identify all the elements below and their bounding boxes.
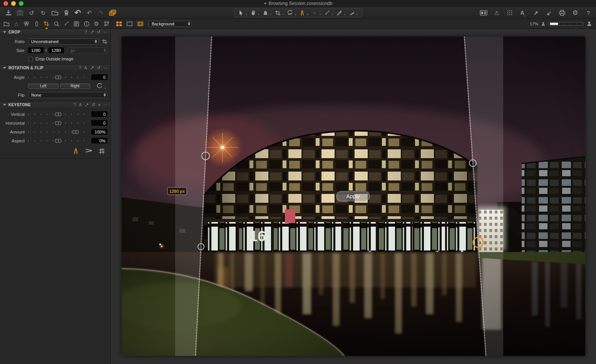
- local-menu-icon[interactable]: ≡: [98, 103, 100, 107]
- auto-adjust-icon[interactable]: A: [79, 103, 82, 107]
- grid-button[interactable]: [506, 8, 514, 17]
- minimize-window-button[interactable]: [11, 1, 16, 6]
- keystone-handle-bottom-left[interactable]: [198, 244, 204, 250]
- gradient-mask-tool[interactable]: [348, 8, 355, 17]
- rotate-left-button[interactable]: Left: [28, 83, 59, 89]
- viewer-layout-button[interactable]: [480, 8, 487, 17]
- panel-menu-icon[interactable]: ⋯: [104, 103, 107, 107]
- import-button[interactable]: [5, 8, 12, 17]
- flip-dropdown[interactable]: None: [28, 92, 107, 98]
- keystone-handle-top-right[interactable]: [469, 160, 476, 167]
- tab-composition[interactable]: [42, 19, 50, 28]
- import-arrow-button[interactable]: ↙: [545, 8, 553, 17]
- exposure-warning-button[interactable]: ⚠: [493, 8, 501, 17]
- vertical-value[interactable]: 0: [91, 111, 107, 117]
- tab-batch[interactable]: [102, 19, 110, 28]
- crop-ratio-icon[interactable]: [102, 39, 107, 44]
- pan-tool[interactable]: [249, 8, 257, 17]
- trash-button[interactable]: [62, 8, 70, 17]
- primary-view-button[interactable]: [136, 19, 144, 28]
- amount-slider-handle[interactable]: [72, 130, 79, 134]
- crop-width-field[interactable]: 1280: [28, 47, 44, 53]
- multi-view-button[interactable]: [115, 19, 123, 28]
- panel-menu-icon[interactable]: ⋯: [104, 66, 107, 70]
- draw-mask-tool[interactable]: [323, 8, 331, 17]
- redo-step-button[interactable]: ↷: [97, 8, 105, 17]
- disclosure-triangle-icon[interactable]: [3, 31, 6, 33]
- aspect-slider[interactable]: [28, 138, 88, 144]
- help-icon[interactable]: ?: [79, 66, 82, 70]
- rotate-right-button[interactable]: ↻: [39, 8, 47, 17]
- settings-button[interactable]: ⚙: [571, 8, 579, 17]
- proof-profile-dropdown[interactable]: Background: [149, 21, 192, 27]
- disclosure-triangle-icon[interactable]: [3, 67, 6, 69]
- crop-unit-dropdown[interactable]: px: [67, 47, 107, 53]
- amount-slider[interactable]: [28, 129, 88, 135]
- ratio-dropdown[interactable]: Unconstrained: [28, 38, 99, 45]
- amount-value[interactable]: 100%: [91, 129, 107, 135]
- spot-removal-tool[interactable]: ○: [311, 8, 318, 17]
- disclosure-triangle-icon[interactable]: [3, 104, 6, 106]
- tab-output[interactable]: ⚙: [92, 19, 100, 28]
- reset-icon[interactable]: ↺: [97, 66, 100, 70]
- move-to-folder-button[interactable]: [51, 8, 59, 17]
- keystone-horizontal-button[interactable]: [85, 148, 92, 154]
- copy-adjustments-icon[interactable]: [90, 30, 94, 34]
- print-button[interactable]: [558, 8, 566, 17]
- tab-color[interactable]: [22, 19, 30, 28]
- rotate-left-button[interactable]: ↺: [28, 8, 35, 17]
- tab-lens[interactable]: [32, 19, 40, 28]
- zoom-slider[interactable]: [548, 22, 584, 26]
- crop-height-field[interactable]: 1280: [49, 47, 64, 53]
- single-view-button[interactable]: [126, 19, 134, 28]
- tab-local-adjustments[interactable]: [62, 19, 70, 28]
- apply-button[interactable]: Apply: [337, 191, 370, 201]
- horizontal-slider[interactable]: [28, 120, 88, 126]
- rotate-right-button[interactable]: Right: [60, 83, 90, 89]
- undo-button[interactable]: ↶: [74, 8, 82, 17]
- loupe-tool[interactable]: [261, 8, 269, 17]
- help-icon[interactable]: ?: [74, 103, 76, 107]
- rotation-panel-header[interactable]: ROTATION & FLIP ? A ↺ ⋯: [0, 65, 110, 72]
- auto-adjust-icon[interactable]: A: [84, 66, 87, 70]
- aspect-slider-handle[interactable]: [55, 139, 61, 142]
- zoom-slider-handle[interactable]: [550, 23, 558, 25]
- help-icon[interactable]: ?: [85, 30, 87, 34]
- straighten-tool[interactable]: [286, 8, 294, 17]
- keystone-panel-header[interactable]: KEYSTONE ? A ↺ ≡ ⋯: [0, 102, 110, 109]
- tab-metadata[interactable]: [82, 19, 90, 28]
- sessions-button[interactable]: [109, 8, 117, 17]
- help-button[interactable]: ?: [584, 8, 592, 17]
- crop-outside-checkbox[interactable]: [28, 57, 33, 61]
- capture-button[interactable]: [16, 8, 24, 17]
- tab-adjustments[interactable]: [72, 19, 80, 28]
- horizontal-slider-handle[interactable]: [55, 121, 61, 125]
- annotations-button[interactable]: A‸: [519, 8, 527, 17]
- zoom-window-button[interactable]: [19, 1, 23, 6]
- vertical-slider[interactable]: [28, 111, 88, 117]
- copy-adjustments-icon[interactable]: [90, 66, 94, 70]
- angle-slider[interactable]: [28, 74, 88, 80]
- horizontal-value[interactable]: 0: [91, 120, 107, 126]
- angle-value[interactable]: 0: [91, 74, 107, 80]
- tab-details[interactable]: [52, 19, 60, 28]
- keystone-handle-top-left[interactable]: [202, 152, 209, 160]
- crop-panel-header[interactable]: CROP ? ↺ ⋯: [0, 29, 110, 36]
- vertical-slider-handle[interactable]: [55, 112, 61, 116]
- close-window-button[interactable]: [3, 1, 8, 6]
- export-button[interactable]: ↗: [532, 8, 540, 17]
- crop-tool[interactable]: [274, 8, 281, 17]
- angle-slider-handle[interactable]: [55, 75, 61, 79]
- pick-color-tool[interactable]: [335, 8, 343, 17]
- reset-icon[interactable]: ↺: [92, 103, 95, 107]
- undo-step-button[interactable]: ↶: [85, 8, 93, 17]
- tab-library[interactable]: [2, 19, 10, 28]
- panel-menu-icon[interactable]: ⋯: [104, 30, 107, 34]
- reset-icon[interactable]: ↺: [97, 30, 100, 34]
- keystone-tool[interactable]: [298, 8, 306, 17]
- viewer-image[interactable]: 16: [122, 37, 585, 356]
- select-tool[interactable]: [237, 8, 244, 17]
- copy-adjustments-icon[interactable]: [85, 103, 89, 107]
- keystone-full-button[interactable]: [99, 148, 105, 154]
- straighten-icon[interactable]: [96, 83, 103, 89]
